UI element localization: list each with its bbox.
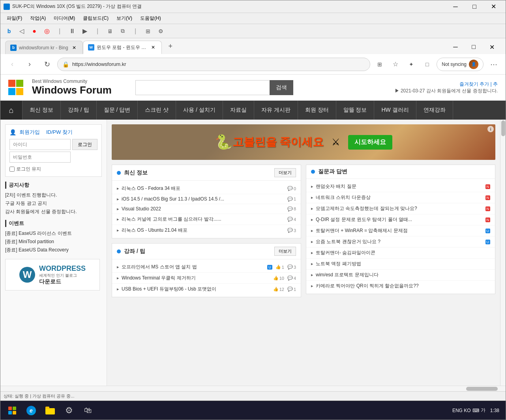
post-title-1[interactable]: iOS 14.5 / macOS Big Sur 11.3 / IpadOS 1… [122, 196, 284, 202]
nav-home-button[interactable]: ⌂ [0, 101, 22, 120]
toolbar-grid[interactable]: ⊞ [142, 26, 154, 37]
tab-bing-close[interactable]: ✕ [71, 44, 78, 51]
forward-button[interactable]: › [22, 57, 37, 71]
register-link[interactable]: 회원가입 [19, 129, 40, 136]
store-taskbar-btn[interactable]: 🛍 [79, 402, 97, 419]
wordpress-banner[interactable]: W WORDPRESS 세계적인 인기 블로그 다운로드 [5, 259, 100, 291]
qna-title-4[interactable]: 토탈커맨더 + WinRAR = 압축해제시 문제점 [316, 227, 484, 234]
post-title-2[interactable]: Visual Studio 2022 [122, 206, 284, 212]
event-item-1[interactable]: [종료] MiniTool partition [5, 238, 102, 246]
new-tab-button[interactable]: + [163, 39, 178, 53]
nav-tips[interactable]: 강좌 / 팁 [61, 101, 97, 120]
menu-clipboard[interactable]: 클립보드(C) [80, 13, 112, 23]
collections-button[interactable]: ✦ [405, 58, 418, 71]
tab-wf[interactable]: W 윈도우 포럼 - 윈도우 사용자 모... ✕ [83, 41, 162, 54]
scroll-thumb[interactable] [501, 120, 505, 136]
settings-taskbar-btn[interactable]: ⚙ [60, 402, 78, 419]
qna-title-6[interactable]: 토탈커맨더- 숨김파일아이콘 [316, 249, 490, 256]
id-pw-link[interactable]: ID/PW 찾기 [46, 129, 73, 136]
menu-view[interactable]: 보기(V) [113, 13, 135, 23]
ad-banner[interactable]: 🐍 고블린을 죽이세요 ⚔ 시도하세요 i [112, 124, 495, 160]
qna-title-0[interactable]: 랜덤숫자 배치 질문 [316, 183, 484, 190]
menu-help[interactable]: 도움말(H) [137, 13, 164, 23]
toolbar-back[interactable]: ◁ [16, 26, 27, 37]
notice-item-1[interactable]: 구글 자동 광고 공지 [5, 199, 102, 208]
toolbar-screenshot[interactable]: 🖥 [105, 26, 116, 37]
tab-bing[interactable]: b windowsforum kr - Bing ✕ [5, 41, 83, 54]
latest-news-more[interactable]: 더보기 [274, 168, 296, 177]
qna-title-2[interactable]: 모뎀고제하고 속도측정했는데 잘되는게 맞나요? [316, 205, 484, 212]
file-explorer-btn[interactable] [41, 402, 59, 419]
notice-item-2[interactable]: 감사 회원들에게 선물 증정합니다. [5, 208, 102, 216]
nav-market[interactable]: 회원 장터 [298, 101, 336, 120]
toolbar-clone[interactable]: ⧉ [117, 26, 128, 37]
toolbar-bing-icon[interactable]: b [4, 26, 15, 37]
split-screen-button[interactable]: ⊞ [373, 58, 386, 71]
h-scroll-thumb[interactable] [466, 387, 498, 391]
keep-login-checkbox[interactable] [9, 167, 15, 172]
qna-col: 질문과 답변 ▸ 랜덤숫자 배치 질문 N ▸ [306, 165, 495, 302]
close-button[interactable]: ✕ [484, 0, 502, 13]
pw-input[interactable] [9, 152, 71, 163]
nav-free[interactable]: 자유 게시판 [254, 101, 298, 120]
tab-wf-close[interactable]: ✕ [150, 44, 157, 51]
horizontal-scrollbar[interactable] [0, 386, 506, 391]
menu-action[interactable]: 작업(A) [27, 13, 49, 23]
search-button[interactable]: 검색 [270, 80, 293, 95]
id-input[interactable] [9, 139, 71, 150]
address-input-wrap[interactable]: 🔒 https://windowsforum.kr [57, 58, 370, 71]
browser-close[interactable]: ✕ [483, 40, 501, 54]
ad-snake: 🐍 [215, 134, 232, 150]
menu-media[interactable]: 미디어(M) [51, 13, 78, 23]
tips-more[interactable]: 더보기 [274, 247, 296, 256]
ad-try-button[interactable]: 시도하세요 [348, 135, 392, 150]
more-button[interactable]: ⋯ [487, 57, 501, 71]
nav-series[interactable]: 연재강좌 [416, 101, 453, 120]
edge-taskbar-btn[interactable]: e [22, 402, 40, 419]
qna-title-1[interactable]: 네트워크 스위치 다운증상 [316, 194, 484, 201]
minimize-button[interactable]: ─ [446, 0, 465, 13]
toolbar-play[interactable]: ▶ [79, 26, 90, 37]
nav-qna[interactable]: 질문 / 답변 [97, 101, 138, 120]
nav-deals[interactable]: 알뜰 정보 [336, 101, 375, 120]
event-item-2[interactable]: [종료] EaseUS Data Recovery [5, 246, 102, 254]
menu-file[interactable]: 파일(F) [4, 13, 25, 23]
qna-title-9[interactable]: 카메라로 찍어야만 QR이 찍히게 할순없을까요?? [316, 283, 490, 289]
event-item-0[interactable]: [종료] EaseUS 라이선스 이벤트 [5, 229, 102, 238]
post-item-1: ▸ iOS 14.5 / macOS Big Sur 11.3 / IpadOS… [112, 194, 301, 204]
notice-item-0[interactable]: [2차] 이벤트 진행합니다. [5, 191, 102, 199]
browser-minimize[interactable]: ─ [446, 40, 465, 54]
back-button[interactable]: ‹ [5, 57, 19, 71]
post-title-4[interactable]: 리눅스 OS - Ubuntu 21.04 배포 [122, 227, 284, 234]
toolbar-record-red[interactable]: ● [29, 26, 40, 37]
search-input[interactable] [135, 80, 270, 95]
profile-button[interactable]: □ [421, 58, 433, 71]
sync-button[interactable]: Not syncing 👤 [437, 58, 484, 71]
nav-install[interactable]: 사용 / 설치기 [176, 101, 223, 120]
toolbar-settings[interactable]: ⚙ [155, 26, 166, 37]
toolbar-pause[interactable]: ⏸ [67, 26, 78, 37]
qna-title-7[interactable]: 노트북 액정 폐기방법 [316, 261, 490, 267]
toolbar-circle-red[interactable]: ◎ [41, 26, 52, 37]
browser-maximize[interactable]: □ [465, 40, 483, 54]
latest-news-list: ▸ 리눅스 OS - Fedora 34 배포 💬 0 ▸ iOS 14.5 /… [112, 181, 301, 238]
post-title-0[interactable]: 리눅스 OS - Fedora 34 배포 [122, 185, 284, 192]
post-title-3[interactable]: 리눅스 커널에 고의로 버그를 심으려다 발각...... [122, 216, 284, 223]
vertical-scrollbar[interactable] [500, 120, 506, 386]
start-button[interactable] [4, 402, 21, 419]
qna-title-5[interactable]: 요즘 노트북 괜찮은거 있나요 ? [316, 238, 484, 245]
favorite-button[interactable]: ☆ [389, 58, 402, 71]
qna-title-8[interactable]: wim/esd 프로텍트 문제입니다 [316, 272, 490, 278]
tip-title-1[interactable]: Windows Terminal 우클릭 제거하기 [122, 275, 270, 281]
tip-title-0[interactable]: 오프라인에서 MS 스토어 앱 설치 법 [122, 264, 266, 270]
maximize-button[interactable]: □ [465, 0, 484, 13]
nav-hw[interactable]: HW 갤러리 [374, 101, 416, 120]
nav-latest[interactable]: 최신 정보 [22, 101, 61, 120]
refresh-button[interactable]: ↻ [40, 57, 54, 71]
bookmark-link[interactable]: 즐겨찾기 추가 | 추 [459, 81, 498, 88]
login-button[interactable]: 로그인 [72, 139, 97, 150]
nav-library[interactable]: 자료실 [223, 101, 254, 120]
nav-screenshot[interactable]: 스크린 샷 [138, 101, 176, 120]
tip-title-2[interactable]: USB Bios + UEFI 듀얼부팅06 - Usb 포맷없이 [122, 286, 270, 292]
qna-title-3[interactable]: Q-DIR 설정 문제로 윈도우 탐색기 폴더 열때... [316, 216, 484, 223]
